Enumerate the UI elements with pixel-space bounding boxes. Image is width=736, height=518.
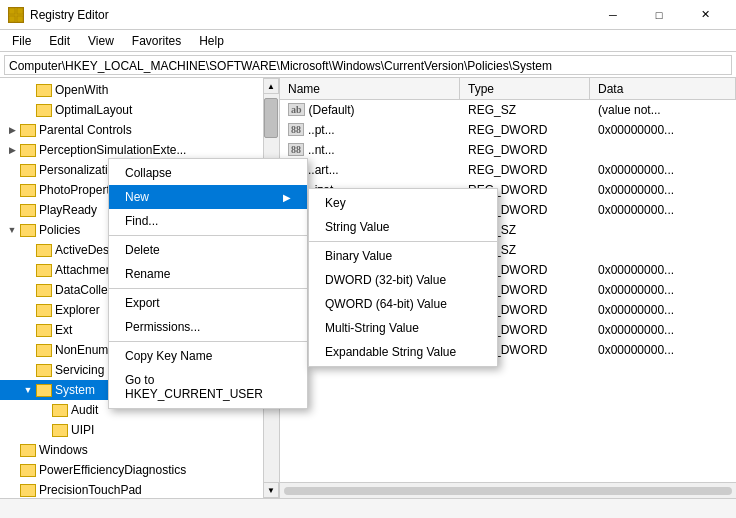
context-menu-item-new[interactable]: New▶ [109, 185, 307, 209]
menu-item-edit[interactable]: Edit [41, 32, 78, 50]
cell-data [590, 229, 736, 231]
expand-arrow-icon[interactable] [20, 340, 36, 360]
cell-name-text: ..art... [308, 163, 339, 177]
folder-icon [36, 284, 52, 297]
address-path[interactable]: Computer\HKEY_LOCAL_MACHINE\SOFTWARE\Mic… [4, 55, 732, 75]
tree-item[interactable]: OptimalLayout [0, 100, 279, 120]
cell-type: REG_DWORD [460, 122, 590, 138]
title-bar: Registry Editor ─ □ ✕ [0, 0, 736, 30]
cell-name: 88..nt... [280, 142, 460, 158]
ctx-item-label: Permissions... [125, 320, 200, 334]
tree-item[interactable]: OpenWith [0, 80, 279, 100]
expand-arrow-icon[interactable] [20, 280, 36, 300]
svg-rect-2 [9, 16, 15, 22]
cell-data: 0x00000000... [590, 122, 736, 138]
tree-item[interactable]: ▶Parental Controls [0, 120, 279, 140]
tree-item-label: Parental Controls [39, 123, 132, 137]
expand-arrow-icon[interactable] [20, 240, 36, 260]
close-button[interactable]: ✕ [682, 0, 728, 30]
menu-item-favorites[interactable]: Favorites [124, 32, 189, 50]
submenu-item-string-value[interactable]: String Value [309, 215, 497, 239]
folder-icon [20, 444, 36, 457]
expand-arrow-icon[interactable] [20, 360, 36, 380]
context-menu-item-copy-key-name[interactable]: Copy Key Name [109, 344, 307, 368]
horizontal-scrollbar[interactable] [280, 482, 736, 498]
tree-item-label: PlayReady [39, 203, 97, 217]
context-menu-item-find---[interactable]: Find... [109, 209, 307, 233]
tree-item[interactable]: Windows [0, 440, 279, 460]
tree-item-label: Audit [71, 403, 98, 417]
cell-name: 88..pt... [280, 122, 460, 138]
expand-arrow-icon[interactable] [4, 200, 20, 220]
tree-item-label: Windows [39, 443, 88, 457]
ctx-item-label: Export [125, 296, 160, 310]
cell-name-text: ..nt... [308, 143, 335, 157]
tree-item[interactable]: PowerEfficiencyDiagnostics [0, 460, 279, 480]
submenu-item-dword--32-bit--value[interactable]: DWORD (32-bit) Value [309, 268, 497, 292]
submenu-item-qword--64-bit--value[interactable]: QWORD (64-bit) Value [309, 292, 497, 316]
expand-arrow-icon[interactable]: ▼ [20, 380, 36, 400]
minimize-button[interactable]: ─ [590, 0, 636, 30]
expand-arrow-icon[interactable] [36, 400, 52, 420]
context-menu-item-delete[interactable]: Delete [109, 238, 307, 262]
table-row[interactable]: 88..art...REG_DWORD0x00000000... [280, 160, 736, 180]
expand-arrow-icon[interactable] [36, 420, 52, 440]
maximize-button[interactable]: □ [636, 0, 682, 30]
scroll-down-button[interactable]: ▼ [263, 482, 279, 498]
submenu-item-multi-string-value[interactable]: Multi-String Value [309, 316, 497, 340]
reg-value-icon: 88 [288, 123, 304, 136]
expand-arrow-icon[interactable] [20, 300, 36, 320]
submenu-arrow-icon: ▶ [283, 192, 291, 203]
menu-item-view[interactable]: View [80, 32, 122, 50]
cell-data: (value not... [590, 102, 736, 118]
col-header-data[interactable]: Data [590, 78, 736, 99]
scroll-thumb[interactable] [264, 98, 278, 138]
expand-arrow-icon[interactable] [4, 160, 20, 180]
cell-data: 0x00000000... [590, 162, 736, 178]
submenu-item-binary-value[interactable]: Binary Value [309, 244, 497, 268]
folder-icon [20, 204, 36, 217]
expand-arrow-icon[interactable] [20, 320, 36, 340]
scroll-up-button[interactable]: ▲ [263, 78, 279, 94]
context-menu-item-collapse[interactable]: Collapse [109, 161, 307, 185]
submenu-item-key[interactable]: Key [309, 191, 497, 215]
ctx-item-label: Go to HKEY_CURRENT_USER [125, 373, 291, 401]
table-row[interactable]: ab(Default)REG_SZ(value not... [280, 100, 736, 120]
tree-item-label: System [55, 383, 95, 397]
tree-item[interactable]: PrecisionTouchPad [0, 480, 279, 498]
ctx-item-label: Collapse [125, 166, 172, 180]
submenu-item-expandable-string-value[interactable]: Expandable String Value [309, 340, 497, 364]
table-row[interactable]: 88..pt...REG_DWORD0x00000000... [280, 120, 736, 140]
col-header-name[interactable]: Name [280, 78, 460, 99]
context-menu-item-export[interactable]: Export [109, 291, 307, 315]
context-menu-item-rename[interactable]: Rename [109, 262, 307, 286]
expand-arrow-icon[interactable] [20, 100, 36, 120]
ctx-item-label: Copy Key Name [125, 349, 212, 363]
cell-data: 0x00000000... [590, 202, 736, 218]
tree-item-label: OpenWith [55, 83, 108, 97]
table-row[interactable]: 88..nt...REG_DWORD [280, 140, 736, 160]
status-bar [0, 498, 736, 518]
expand-arrow-icon[interactable] [20, 260, 36, 280]
context-menu-item-permissions---[interactable]: Permissions... [109, 315, 307, 339]
expand-arrow-icon[interactable] [4, 180, 20, 200]
tree-item[interactable]: UIPI [0, 420, 279, 440]
new-submenu: KeyString ValueBinary ValueDWORD (32-bit… [308, 188, 498, 367]
hscroll-track[interactable] [284, 487, 732, 495]
folder-icon [20, 164, 36, 177]
expand-arrow-icon[interactable]: ▼ [4, 220, 20, 240]
expand-arrow-icon[interactable]: ▶ [4, 120, 20, 140]
folder-icon [36, 104, 52, 117]
expand-arrow-icon[interactable]: ▶ [4, 140, 20, 160]
menu-item-help[interactable]: Help [191, 32, 232, 50]
menu-item-file[interactable]: File [4, 32, 39, 50]
expand-arrow-icon[interactable] [20, 80, 36, 100]
ctx-item-label: Find... [125, 214, 158, 228]
context-menu-item-go-to-hkey-current-user[interactable]: Go to HKEY_CURRENT_USER [109, 368, 307, 406]
tree-item[interactable]: ▶PerceptionSimulationExte... [0, 140, 279, 160]
folder-icon [36, 384, 52, 397]
expand-arrow-icon[interactable] [4, 480, 20, 498]
col-header-type[interactable]: Type [460, 78, 590, 99]
expand-arrow-icon[interactable] [4, 460, 20, 480]
expand-arrow-icon[interactable] [4, 440, 20, 460]
